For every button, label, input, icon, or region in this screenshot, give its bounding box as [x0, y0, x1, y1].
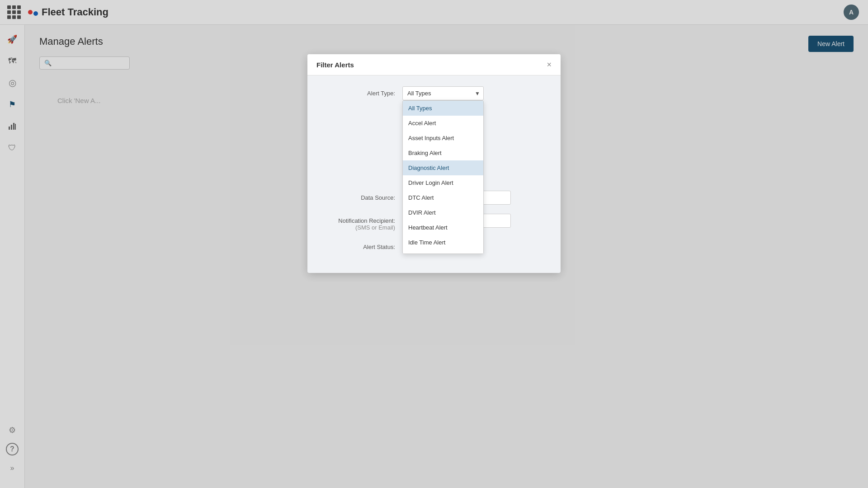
filter-alerts-modal: Filter Alerts × Alert Type: All Types ▼ …	[307, 54, 561, 273]
alert-type-dropdown[interactable]: All Types Accel Alert Asset Inputs Alert…	[402, 100, 484, 254]
dropdown-item-idle-time-alert[interactable]: Idle Time Alert	[403, 235, 483, 250]
dropdown-item-asset-inputs-alert[interactable]: Asset Inputs Alert	[403, 131, 483, 145]
alert-type-control: All Types ▼ All Types Accel Alert Asset …	[402, 86, 547, 100]
dropdown-item-diagnostic-alert[interactable]: Diagnostic Alert	[403, 160, 483, 175]
dropdown-item-dvir-alert[interactable]: DVIR Alert	[403, 205, 483, 220]
alert-type-select-wrapper: All Types ▼	[402, 86, 484, 100]
dropdown-item-all-types[interactable]: All Types	[403, 101, 483, 116]
dropdown-item-driver-login-alert[interactable]: Driver Login Alert	[403, 175, 483, 190]
alert-type-row: Alert Type: All Types ▼ All Types Accel …	[321, 86, 547, 100]
dropdown-item-accel-alert[interactable]: Accel Alert	[403, 116, 483, 131]
modal-title: Filter Alerts	[316, 61, 354, 69]
data-source-label: Data Source:	[321, 191, 402, 201]
alert-type-select[interactable]: All Types	[402, 86, 484, 100]
dropdown-item-dtc-alert[interactable]: DTC Alert	[403, 190, 483, 205]
alert-type-label: Alert Type:	[321, 86, 402, 97]
modal-body: Alert Type: All Types ▼ All Types Accel …	[307, 75, 561, 273]
modal-header: Filter Alerts ×	[307, 54, 561, 75]
alert-status-label: Alert Status:	[321, 240, 402, 250]
modal-close-button[interactable]: ×	[547, 61, 552, 69]
dropdown-item-braking-alert[interactable]: Braking Alert	[403, 145, 483, 160]
dropdown-item-heartbeat-alert[interactable]: Heartbeat Alert	[403, 220, 483, 235]
dropdown-item-ignition-alert[interactable]: Ignition Alert	[403, 250, 483, 254]
notification-recipient-label: Notification Recipient: (SMS or Email)	[321, 214, 402, 231]
